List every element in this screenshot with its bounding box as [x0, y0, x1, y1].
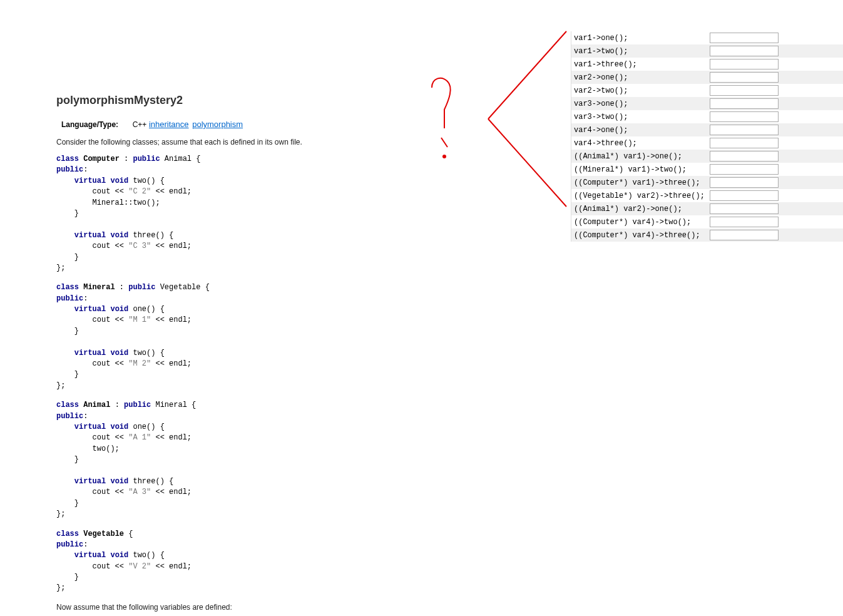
answer-input[interactable] — [710, 46, 779, 56]
answer-row: ((Computer*) var4)->two(); — [571, 215, 843, 228]
answer-input[interactable] — [710, 230, 779, 240]
answer-input-cell — [707, 123, 843, 136]
answer-call: ((Animal*) var1)->one(); — [571, 150, 707, 163]
answer-row: var1->one(); — [571, 31, 843, 44]
svg-line-2 — [488, 31, 566, 119]
answer-input-cell — [707, 84, 843, 97]
answer-call: var1->three(); — [571, 58, 707, 71]
code-computer: class Computer : public Animal { public:… — [56, 154, 494, 274]
meta-row: Language/Type: C++ inheritance polymorph… — [56, 117, 494, 131]
answer-input[interactable] — [710, 217, 779, 227]
main-content: polymorphismMystery2 Language/Type: C++ … — [56, 94, 494, 616]
answer-row: var2->one(); — [571, 71, 843, 84]
answer-input-cell — [707, 110, 843, 123]
answer-call: ((Computer*) var4)->two(); — [571, 215, 707, 228]
answer-input-cell — [707, 71, 843, 84]
answer-input-cell — [707, 44, 843, 58]
answer-call: var1->two(); — [571, 44, 707, 58]
svg-line-3 — [488, 119, 566, 207]
answer-input-cell — [707, 150, 843, 163]
answer-table: var1->one();var1->two();var1->three();va… — [571, 31, 843, 242]
answer-row: var2->two(); — [571, 84, 843, 97]
answer-input[interactable] — [710, 72, 779, 83]
answer-input[interactable] — [710, 98, 779, 109]
answer-call: ((Mineral*) var1)->two(); — [571, 163, 707, 176]
answer-row: ((Computer*) var4)->three(); — [571, 228, 843, 242]
answer-input[interactable] — [710, 203, 779, 214]
answer-call: var2->two(); — [571, 84, 707, 97]
tag-polymorphism-link[interactable]: polymorphism — [192, 120, 243, 129]
answer-call: var3->one(); — [571, 97, 707, 110]
answer-input[interactable] — [710, 33, 779, 43]
answer-input-cell — [707, 163, 843, 176]
code-mineral: class Mineral : public Vegetable { publi… — [56, 282, 494, 391]
answer-input-cell — [707, 228, 843, 242]
answer-row: ((Mineral*) var1)->two(); — [571, 163, 843, 176]
answer-input[interactable] — [710, 138, 779, 148]
answer-panel: var1->one();var1->two();var1->three();va… — [571, 31, 843, 242]
answer-row: ((Computer*) var1)->three(); — [571, 176, 843, 189]
answer-input-cell — [707, 58, 843, 71]
answer-input[interactable] — [710, 111, 779, 122]
answer-input[interactable] — [710, 59, 779, 69]
problem-description-2: Now assume that the following variables … — [56, 603, 494, 612]
answer-input[interactable] — [710, 151, 779, 162]
answer-row: var4->one(); — [571, 123, 843, 136]
answer-row: var4->three(); — [571, 136, 843, 150]
answer-input[interactable] — [710, 190, 779, 201]
answer-row: var1->two(); — [571, 44, 843, 58]
answer-input[interactable] — [710, 85, 779, 96]
answer-call: ((Animal*) var2)->one(); — [571, 202, 707, 215]
problem-description: Consider the following classes; assume t… — [56, 138, 494, 146]
answer-call: var1->one(); — [571, 31, 707, 44]
problem-title: polymorphismMystery2 — [56, 94, 494, 107]
answer-input-cell — [707, 202, 843, 215]
answer-call: ((Computer*) var4)->three(); — [571, 228, 707, 242]
answer-row: ((Vegetable*) var2)->three(); — [571, 189, 843, 202]
meta-label: Language/Type: — [61, 120, 130, 129]
answer-input[interactable] — [710, 164, 779, 175]
answer-row: var3->one(); — [571, 97, 843, 110]
answer-row: ((Animal*) var1)->one(); — [571, 150, 843, 163]
answer-input-cell — [707, 215, 843, 228]
answer-call: var4->one(); — [571, 123, 707, 136]
answer-input-cell — [707, 97, 843, 110]
answer-row: var3->two(); — [571, 110, 843, 123]
answer-row: ((Animal*) var2)->one(); — [571, 202, 843, 215]
answer-call: ((Computer*) var1)->three(); — [571, 176, 707, 189]
code-animal: class Animal : public Mineral { public: … — [56, 400, 494, 520]
answer-input[interactable] — [710, 125, 779, 135]
tag-inheritance-link[interactable]: inheritance — [149, 120, 189, 129]
answer-call: var4->three(); — [571, 136, 707, 150]
answer-call: ((Vegetable*) var2)->three(); — [571, 189, 707, 202]
answer-call: var2->one(); — [571, 71, 707, 84]
answer-input[interactable] — [710, 177, 779, 188]
meta-language: C++ — [133, 120, 147, 129]
answer-input-cell — [707, 189, 843, 202]
answer-input-cell — [707, 31, 843, 44]
code-vegetable: class Vegetable { public: virtual void t… — [56, 529, 494, 594]
answer-input-cell — [707, 176, 843, 189]
answer-input-cell — [707, 136, 843, 150]
answer-row: var1->three(); — [571, 58, 843, 71]
answer-call: var3->two(); — [571, 110, 707, 123]
